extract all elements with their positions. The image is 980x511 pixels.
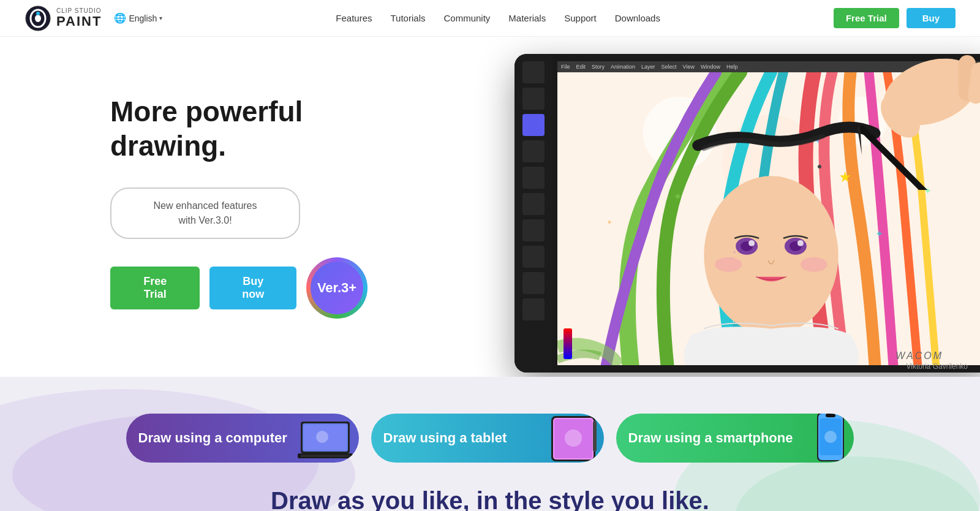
wacom-label: WACOM bbox=[895, 350, 943, 361]
svg-point-2 bbox=[35, 15, 41, 22]
main-navigation: Features Tutorials Community Materials S… bbox=[336, 13, 660, 23]
nav-features[interactable]: Features bbox=[336, 13, 372, 23]
toolbar-icon bbox=[522, 167, 545, 189]
hero-free-trial-button[interactable]: Free Trial bbox=[110, 267, 200, 309]
hero-subtitle-line1: New enhanced features bbox=[154, 200, 257, 211]
logo-paint: PAINT bbox=[56, 14, 102, 29]
svg-rect-55 bbox=[826, 414, 835, 417]
computer-svg bbox=[298, 418, 353, 463]
color-palette bbox=[564, 328, 572, 359]
svg-point-54 bbox=[824, 431, 837, 443]
header-actions: Free Trial Buy bbox=[834, 8, 956, 28]
hero-subtitle-line2: with Ver.3.0! bbox=[178, 215, 232, 225]
svg-rect-45 bbox=[301, 455, 350, 457]
device-buttons-row: Draw using a computer Draw using a table… bbox=[0, 414, 980, 463]
svg-point-24 bbox=[731, 257, 733, 259]
toolbar-icon bbox=[522, 140, 545, 162]
phone-preview bbox=[816, 414, 845, 463]
nav-tutorials[interactable]: Tutorials bbox=[391, 13, 426, 23]
toolbar-icon bbox=[522, 298, 545, 320]
svg-point-21 bbox=[715, 257, 742, 271]
bottom-section-title: Draw as you like, in the style you like. bbox=[0, 487, 980, 511]
svg-rect-50 bbox=[593, 421, 597, 452]
nav-materials[interactable]: Materials bbox=[508, 13, 546, 23]
computer-preview bbox=[298, 418, 353, 463]
draw-computer-button[interactable]: Draw using a computer bbox=[126, 414, 359, 463]
draw-smartphone-button[interactable]: Draw using a smartphone bbox=[616, 414, 854, 463]
tablet-mockup: File Edit Story Animation Layer Select V… bbox=[514, 54, 980, 373]
version-badge-inner: Ver.3+ bbox=[311, 262, 363, 314]
toolbar-icon bbox=[522, 219, 545, 241]
logo-icon bbox=[24, 5, 51, 32]
toolbar-icon bbox=[522, 193, 545, 215]
hero-subtitle-box: New enhanced features with Ver.3.0! bbox=[110, 187, 300, 239]
header-free-trial-button[interactable]: Free Trial bbox=[834, 8, 899, 28]
tablet-screen: File Edit Story Animation Layer Select V… bbox=[557, 61, 980, 365]
globe-icon: 🌐 bbox=[114, 12, 126, 24]
hero-title: More powerful drawing. bbox=[110, 95, 368, 162]
nav-community[interactable]: Community bbox=[443, 13, 490, 23]
draw-tablet-button[interactable]: Draw using a tablet bbox=[371, 414, 604, 463]
svg-text:✦: ✦ bbox=[875, 228, 883, 238]
app-toolbar bbox=[514, 54, 552, 373]
svg-point-3 bbox=[36, 12, 40, 15]
tablet-svg bbox=[549, 415, 598, 463]
nav-downloads[interactable]: Downloads bbox=[615, 13, 660, 23]
hero-buttons: Free Trial Buy now Ver.3+ bbox=[110, 257, 368, 319]
svg-point-43 bbox=[316, 431, 328, 443]
toolbar-icon bbox=[522, 88, 545, 110]
toolbar-icon bbox=[522, 246, 545, 268]
toolbar-icon-active bbox=[522, 114, 545, 136]
svg-point-22 bbox=[801, 257, 827, 271]
svg-text:✦: ✦ bbox=[673, 191, 682, 203]
bottom-text-section: Draw as you like, in the style you like. bbox=[0, 487, 980, 511]
phone-svg bbox=[816, 414, 845, 463]
chevron-down-icon: ▾ bbox=[159, 15, 162, 21]
toolbar-icon bbox=[522, 272, 545, 294]
svg-point-20 bbox=[797, 240, 804, 246]
draw-tablet-label: Draw using a tablet bbox=[383, 430, 556, 446]
svg-text:✦: ✦ bbox=[606, 218, 612, 226]
tablet-preview bbox=[549, 415, 598, 463]
version-badge: Ver.3+ bbox=[306, 257, 368, 319]
artwork-canvas: ✦ ★ ✦ ✦ bbox=[557, 72, 980, 365]
hero-right-panel: File Edit Story Animation Layer Select V… bbox=[404, 37, 980, 377]
language-selector[interactable]: 🌐 English ▾ bbox=[114, 12, 162, 24]
svg-text:★: ★ bbox=[839, 168, 852, 185]
artwork-credit: Viktoria Gavrilenko bbox=[907, 362, 968, 371]
header-left: CLIP STUDIO PAINT 🌐 English ▾ bbox=[24, 5, 162, 32]
hero-left-panel: More powerful drawing. New enhanced feat… bbox=[0, 37, 404, 377]
hero-buy-now-button[interactable]: Buy now bbox=[209, 267, 296, 309]
artwork-svg: ✦ ★ ✦ ✦ bbox=[557, 72, 980, 365]
app-menu-bar: File Edit Story Animation Layer Select V… bbox=[557, 61, 980, 72]
svg-point-19 bbox=[748, 240, 755, 246]
version-badge-text: Ver.3+ bbox=[317, 281, 356, 295]
hero-section: More powerful drawing. New enhanced feat… bbox=[0, 37, 980, 377]
language-label: English bbox=[129, 13, 157, 23]
draw-smartphone-label: Draw using a smartphone bbox=[628, 430, 836, 446]
svg-point-49 bbox=[565, 430, 582, 447]
logo-text-block: CLIP STUDIO PAINT bbox=[56, 7, 102, 29]
header: CLIP STUDIO PAINT 🌐 English ▾ Features T… bbox=[0, 0, 980, 37]
logo[interactable]: CLIP STUDIO PAINT bbox=[24, 5, 102, 32]
bottom-banner: Draw using a computer Draw using a table… bbox=[0, 377, 980, 511]
svg-point-14 bbox=[704, 176, 838, 335]
svg-point-23 bbox=[733, 251, 736, 253]
toolbar-icon bbox=[522, 61, 545, 83]
header-buy-button[interactable]: Buy bbox=[907, 8, 956, 28]
nav-support[interactable]: Support bbox=[564, 13, 597, 23]
